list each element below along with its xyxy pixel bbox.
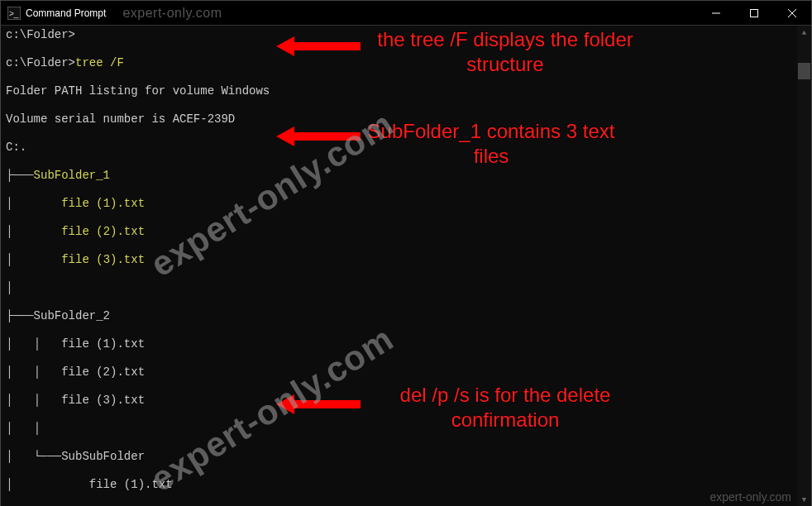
terminal-line: │ file (1).txt xyxy=(6,478,795,492)
terminal-text: ├───SubFolder_2 xyxy=(6,309,110,322)
terminal-line: Folder PATH listing for volume Windows xyxy=(6,84,795,98)
scroll-down-button[interactable]: ▼ xyxy=(797,493,811,506)
terminal-text: tree /F xyxy=(75,56,124,69)
terminal-text: c:\Folder> xyxy=(6,28,75,41)
terminal-text: │ xyxy=(6,253,61,266)
cmd-icon: >_ xyxy=(7,7,21,20)
terminal-text: SubFolder_1 xyxy=(34,169,110,182)
titlebar[interactable]: >_ Command Prompt expert-only.com xyxy=(1,1,811,26)
terminal-text: │ │ file (2).txt xyxy=(6,365,145,379)
terminal-text: │ xyxy=(6,281,12,294)
terminal-line: │ │ file (2).txt xyxy=(6,365,795,380)
terminal-text: Volume serial number is ACEF-239D xyxy=(6,112,235,126)
terminal-text: file (3).txt xyxy=(61,253,145,266)
terminal-text: file (1).txt xyxy=(61,197,145,210)
terminal-line: ├───SubFolder_1 xyxy=(6,169,795,183)
terminal-text: │ xyxy=(6,197,61,210)
vertical-scrollbar[interactable]: ▲ ▼ xyxy=(797,26,811,506)
terminal-line: │ file (2).txt xyxy=(6,225,795,239)
terminal-text: file (2).txt xyxy=(61,225,145,238)
annotation-text-3: del /p /s is for the delete confirmation xyxy=(361,383,650,432)
command-prompt-window: >_ Command Prompt expert-only.com c:\Fol… xyxy=(0,0,812,506)
svg-text:>_: >_ xyxy=(9,9,19,18)
terminal-line: │ └───SubSubFolder xyxy=(6,450,795,464)
terminal-text: C:. xyxy=(6,141,26,154)
scroll-thumb[interactable] xyxy=(798,63,810,79)
terminal-line: │ file (3).txt xyxy=(6,253,795,267)
client-area: c:\Folder> c:\Folder>tree /F Folder PATH… xyxy=(1,26,811,506)
terminal-text: │ file (1).txt xyxy=(6,478,173,491)
terminal-line: │ xyxy=(6,281,795,295)
annotation-arrow-3 xyxy=(294,400,361,408)
scroll-up-button[interactable]: ▲ xyxy=(797,26,811,40)
annotation-arrow-1 xyxy=(294,42,361,50)
terminal-text: │ │ file (1).txt xyxy=(6,337,145,351)
annotation-text-1: the tree /F displays the folder structur… xyxy=(365,27,646,77)
annotation-text-2: SubFolder_1 contains 3 text files xyxy=(363,119,619,169)
terminal-text: c:\Folder> xyxy=(6,56,75,69)
terminal-output[interactable]: c:\Folder> c:\Folder>tree /F Folder PATH… xyxy=(6,28,795,506)
maximize-button[interactable] xyxy=(735,1,773,25)
terminal-text: │ xyxy=(6,225,61,238)
terminal-text: │ └───SubSubFolder xyxy=(6,450,145,463)
terminal-text: │ │ file (3).txt xyxy=(6,394,145,407)
terminal-line: │ file (1).txt xyxy=(6,197,795,211)
terminal-line: │ │ file (1).txt xyxy=(6,337,795,351)
annotation-arrow-2 xyxy=(294,132,361,141)
terminal-text: Folder PATH listing for volume Windows xyxy=(6,84,270,98)
minimize-button[interactable] xyxy=(697,1,735,25)
terminal-text: ├─── xyxy=(6,169,34,182)
window-buttons xyxy=(697,1,811,25)
terminal-line: ├───SubFolder_2 xyxy=(6,309,795,323)
titlebar-watermark: expert-only.com xyxy=(122,6,222,21)
svg-rect-3 xyxy=(751,9,758,17)
close-button[interactable] xyxy=(773,1,811,25)
window-title: Command Prompt xyxy=(26,7,122,19)
terminal-text: │ │ xyxy=(6,422,41,435)
